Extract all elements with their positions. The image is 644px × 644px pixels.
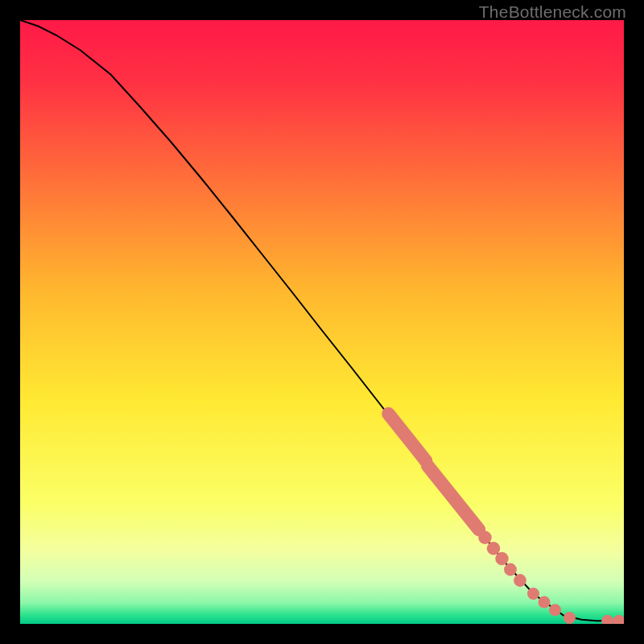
chart-svg [20, 20, 624, 624]
marker-pt-c3 [495, 552, 509, 566]
marker-pt-e1 [527, 588, 539, 600]
marker-pt-e3 [549, 604, 561, 616]
marker-pt-e2 [539, 597, 551, 609]
chart-frame: TheBottleneck.com [0, 0, 644, 644]
marker-pt-f1 [564, 612, 576, 624]
marker-pt-d1 [504, 564, 517, 576]
marker-pt-c2 [487, 542, 501, 555]
attribution-label: TheBottleneck.com [479, 2, 626, 22]
plot-area [20, 20, 624, 624]
marker-pt-d2 [514, 574, 526, 587]
gradient-background [20, 20, 624, 624]
marker-pt-c1 [478, 531, 492, 545]
